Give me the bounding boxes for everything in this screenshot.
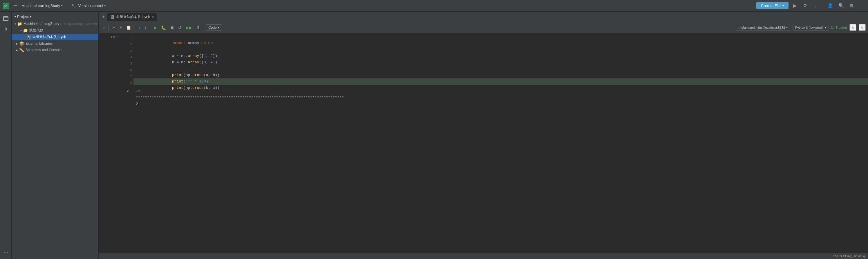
notebook-file-icon: 📓: [26, 35, 31, 39]
account-icon-button[interactable]: 👤: [826, 2, 835, 9]
tree-item-external-libs[interactable]: ▶ 📦 External Libraries: [11, 40, 98, 47]
cell-type-selector[interactable]: Code ▾: [206, 24, 222, 31]
tab-bar: + 📓 向量乘法的本质.ipynb ×: [99, 11, 868, 22]
notebook-tab[interactable]: 📓 向量乘法的本质.ipynb ×: [107, 13, 157, 21]
output-content: -2 *************************************…: [133, 87, 868, 109]
run-icon-button[interactable]: ▶: [792, 2, 798, 9]
line-number-8: 8: [123, 80, 132, 86]
svg-point-2: [72, 4, 73, 5]
code-line-8: print(np.cross(b, a)): [133, 78, 868, 85]
code-line-2: [133, 40, 868, 47]
code-line-6: print(np.cross(a, b)): [133, 66, 868, 72]
tree-item-folder-linear[interactable]: ▾ 📁 线性代数: [11, 27, 98, 34]
tree-item-notebook[interactable]: 📓 向量乘法的本质.ipynb: [11, 34, 98, 40]
root-chevron: ▾: [14, 22, 16, 26]
subfolder-icon: 📁: [23, 28, 28, 33]
sidebar-icon-commit[interactable]: [1, 24, 10, 34]
toolbar-separator-1: [108, 25, 109, 30]
notebook-content: In 1 1 2 3 4 5 6 7 8: [99, 33, 868, 253]
cut-button[interactable]: ✂: [111, 24, 118, 31]
statusbar: CSDN ©Ding_Jiaxiong: [99, 253, 868, 259]
run-all-button[interactable]: ▶▶: [184, 24, 194, 31]
title-separator: |: [67, 3, 68, 8]
project-tree-header[interactable]: ▾ Project ▾: [11, 13, 98, 21]
line-number-4: 4: [123, 54, 132, 60]
output-area: ∨ -2 ***********************************…: [99, 86, 868, 110]
scratches-chevron: ▶: [16, 49, 18, 52]
add-tab-button[interactable]: +: [100, 14, 107, 20]
toolbar-separator-3: [150, 25, 150, 30]
debug-cell-button[interactable]: 🐛: [159, 24, 168, 31]
folder-icon: 📁: [17, 22, 22, 26]
run-button[interactable]: Current File ▾: [756, 2, 788, 9]
project-chevron: ▾: [14, 15, 16, 18]
hamburger-icon[interactable]: ☰: [12, 3, 19, 8]
main-area: ⋯ ▾ Project ▾ ▾ 📁 MachineLearningStudy D…: [0, 11, 868, 259]
toolbar-separator-4: [204, 25, 204, 30]
sidebar-icon-project[interactable]: [1, 14, 10, 23]
titlebar: P ☰ MachineLearningStudy ▾ | Version con…: [0, 0, 868, 11]
clear-button[interactable]: 🗑: [194, 24, 202, 31]
settings-icon-button[interactable]: ⚙: [848, 2, 855, 9]
svg-point-8: [5, 28, 7, 30]
cell-code-area: 1 2 3 4 5 6 7 8 import numpy a: [122, 33, 868, 86]
svg-rect-6: [3, 17, 8, 21]
tab-notebook-icon: 📓: [110, 15, 115, 19]
folder-chevron: ▾: [20, 29, 22, 32]
cell-code-content[interactable]: import numpy as np a = np.array([1, 2]) …: [133, 33, 868, 86]
minimize-button[interactable]: —: [857, 2, 865, 9]
file-tree: ▾ Project ▾ ▾ 📁 MachineLearningStudy D:\…: [11, 11, 99, 259]
expand-toolbar-button[interactable]: ∨: [859, 24, 866, 31]
ext-libs-chevron: ▶: [16, 42, 18, 45]
version-control[interactable]: Version control ▾: [72, 3, 105, 8]
code-line-1: import numpy as np: [133, 34, 868, 40]
output-line-3: 2: [136, 101, 866, 108]
collapse-toolbar-button[interactable]: ∧: [849, 24, 857, 31]
project-name[interactable]: MachineLearningStudy ▾: [22, 3, 63, 8]
root-path: D:\DingJiaxiong\PycharmProject...: [60, 22, 99, 26]
tree-root-folder[interactable]: ▾ 📁 MachineLearningStudy D:\DingJiaxiong…: [11, 21, 98, 27]
tree-item-scratches[interactable]: ▶ ✏️ Scratches and Consoles: [11, 47, 98, 53]
sidebar-icons: ⋯: [0, 11, 11, 259]
line-number-5: 5: [123, 60, 132, 67]
debug-icon-button[interactable]: ⚙: [801, 2, 809, 9]
tab-close-button[interactable]: ×: [152, 15, 154, 19]
kernel-server-selector[interactable]: ○ Managed: http://localhost:8888 ▾: [736, 25, 790, 30]
line-number-6: 6: [123, 67, 132, 73]
code-line-7: print("*" * 100): [133, 72, 868, 78]
notebook-toolbar: + ✂ ⎘ 📋 ↑ ↓ ▶ 🐛 ⏹ ↺ ▶▶ 🗑 Code ▾ ○: [99, 22, 868, 33]
ext-libs-icon: 📦: [19, 41, 24, 46]
run-cell-button[interactable]: ▶: [152, 24, 159, 31]
sidebar-icon-more[interactable]: ⋯: [1, 248, 10, 257]
output-line-1: -2: [136, 88, 866, 95]
line-number-7: 7: [123, 73, 132, 80]
code-line-4: b = np.array([3, 4]): [133, 53, 868, 59]
output-toggle-button[interactable]: ∨: [123, 88, 132, 93]
title-right-icons: 👤 🔍 ⚙ —: [826, 2, 865, 9]
trusted-badge[interactable]: ☑ Trusted: [831, 26, 847, 30]
kernel-type-selector[interactable]: Python 3 (ipykernel) ▾: [793, 25, 829, 30]
search-icon-button[interactable]: 🔍: [837, 2, 846, 9]
cell-execution-label: In 1: [99, 33, 122, 86]
output-line-2: ****************************************…: [136, 95, 866, 101]
copy-button[interactable]: ⎘: [118, 24, 124, 31]
more-options-button[interactable]: ⋮: [812, 2, 820, 9]
output-toggle-area: ∨: [122, 87, 133, 93]
move-down-button[interactable]: ↓: [143, 24, 148, 31]
line-gutter: 1 2 3 4 5 6 7 8: [122, 33, 133, 86]
trusted-checkbox: ☑: [831, 26, 834, 30]
toolbar-separator-2: [134, 25, 135, 30]
paste-button[interactable]: 📋: [124, 24, 133, 31]
scratches-icon: ✏️: [19, 48, 24, 52]
kernel-info: ○ Managed: http://localhost:8888 ▾ Pytho…: [736, 24, 866, 31]
code-line-5: [133, 59, 868, 66]
interrupt-button[interactable]: ⏹: [168, 24, 176, 31]
line-number-3: 3: [123, 48, 132, 54]
code-line-3: a = np.array([1, 2]): [133, 47, 868, 53]
app-logo: P: [3, 3, 9, 9]
restart-button[interactable]: ↺: [176, 24, 183, 31]
svg-text:P: P: [4, 4, 7, 8]
add-cell-button[interactable]: +: [101, 24, 107, 31]
move-up-button[interactable]: ↑: [137, 24, 142, 31]
editor-area: + 📓 向量乘法的本质.ipynb × + ✂ ⎘ 📋 ↑ ↓ ▶ 🐛 ⏹ ↺ …: [99, 11, 868, 259]
